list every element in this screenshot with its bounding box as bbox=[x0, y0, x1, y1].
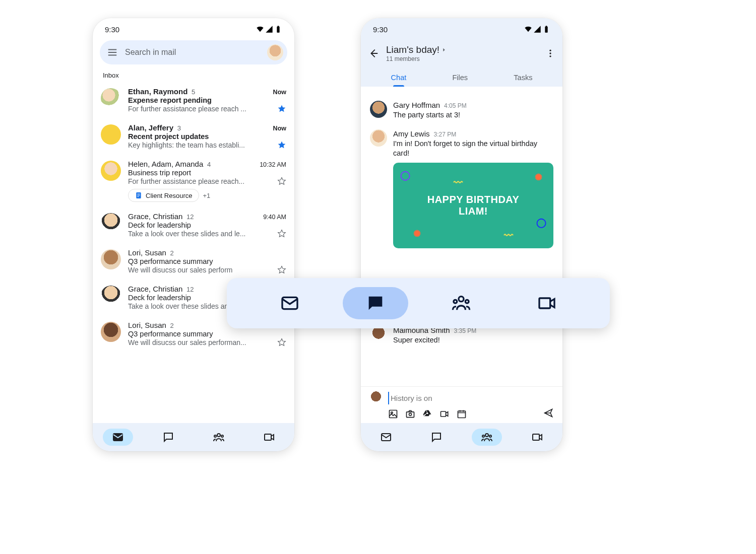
chat-message[interactable]: Gary Hoffman 4:05 PM The party starts at… bbox=[370, 101, 553, 120]
message-time: 4:05 PM bbox=[444, 102, 467, 109]
star-outline-icon[interactable] bbox=[277, 265, 286, 274]
search-placeholder: Search in mail bbox=[125, 48, 260, 57]
nav-spaces[interactable] bbox=[204, 429, 234, 446]
birthday-card[interactable]: ◯ ✺ ✺ ◯ 〰 〰 HAPPY BIRTHDAYLIAM! bbox=[393, 163, 553, 248]
svg-rect-12 bbox=[390, 410, 397, 418]
svg-point-19 bbox=[485, 434, 488, 437]
mail-subject: Q3 performance summary bbox=[128, 257, 286, 265]
mail-icon bbox=[280, 293, 300, 313]
more-icon[interactable] bbox=[545, 48, 555, 58]
mail-subject: Expense report pending bbox=[128, 96, 286, 104]
chat-title-area[interactable]: Liam's bday! 11 members bbox=[386, 44, 538, 62]
chat-message[interactable]: Amy Lewis 3:27 PM I'm in! Don't forget t… bbox=[370, 129, 553, 248]
star-outline-icon[interactable] bbox=[277, 338, 286, 347]
svg-point-7 bbox=[221, 435, 223, 437]
star-filled-icon[interactable] bbox=[277, 141, 286, 150]
account-avatar[interactable] bbox=[267, 44, 283, 60]
chat-message[interactable]: Maimouna Smith 3:35 PM Super excited! bbox=[370, 326, 553, 345]
mail-senders: Grace, Christian 12 bbox=[128, 212, 194, 221]
sender-avatar bbox=[101, 249, 121, 269]
mail-senders: Ethan, Raymond 5 bbox=[128, 87, 195, 96]
svg-rect-27 bbox=[539, 298, 550, 308]
float-nav-chat[interactable] bbox=[343, 287, 408, 319]
tabs: Chat Files Tasks bbox=[368, 66, 555, 87]
tab-files[interactable]: Files bbox=[450, 70, 470, 87]
nav-chat[interactable] bbox=[153, 429, 183, 446]
video-icon bbox=[531, 431, 543, 443]
nav-meet[interactable] bbox=[522, 429, 552, 446]
nav-meet[interactable] bbox=[254, 429, 284, 446]
chat-title: Liam's bday! bbox=[386, 44, 439, 55]
mail-item[interactable]: Alan, Jeffery 3 Now Recent project updat… bbox=[93, 118, 294, 155]
send-button[interactable] bbox=[543, 408, 553, 420]
mail-senders: Helen, Adam, Amanda 4 bbox=[128, 160, 211, 168]
calendar-icon[interactable] bbox=[457, 409, 467, 419]
chevron-right-icon bbox=[442, 47, 447, 52]
nav-spaces[interactable] bbox=[472, 429, 502, 446]
message-sender: Gary Hoffman bbox=[393, 101, 440, 109]
message-text: Super excited! bbox=[393, 335, 553, 345]
video-attach-icon[interactable] bbox=[439, 409, 450, 419]
bottom-nav bbox=[93, 423, 294, 451]
mail-snippet: Key highlights: the team has establi... bbox=[128, 141, 277, 149]
send-icon bbox=[543, 408, 553, 418]
message-avatar bbox=[370, 101, 387, 118]
mail-time: Now bbox=[273, 89, 286, 96]
back-icon[interactable] bbox=[368, 48, 379, 59]
camera-icon[interactable] bbox=[405, 409, 415, 419]
tab-chat[interactable]: Chat bbox=[389, 70, 409, 87]
svg-rect-22 bbox=[533, 434, 539, 440]
message-time: 3:27 PM bbox=[434, 131, 457, 138]
composer bbox=[361, 386, 562, 423]
tab-tasks[interactable]: Tasks bbox=[512, 70, 534, 87]
mail-item[interactable]: Lori, Susan 2 Q3 performance summary We … bbox=[93, 243, 294, 280]
mail-senders: Grace, Christian 12 bbox=[128, 285, 194, 293]
chat-messages[interactable]: Gary Hoffman 4:05 PM The party starts at… bbox=[361, 87, 562, 386]
svg-rect-17 bbox=[458, 411, 466, 418]
mail-subject: Deck for leadership bbox=[128, 221, 286, 229]
sender-avatar bbox=[101, 322, 121, 342]
image-icon[interactable] bbox=[388, 409, 398, 419]
attachment-label: Client Resource bbox=[146, 192, 193, 199]
nav-mail[interactable] bbox=[371, 429, 401, 446]
drive-icon[interactable] bbox=[422, 409, 432, 419]
nav-mail[interactable] bbox=[103, 429, 133, 446]
star-outline-icon[interactable] bbox=[277, 177, 286, 186]
svg-point-21 bbox=[489, 435, 491, 437]
status-icons bbox=[524, 25, 550, 33]
status-time: 9:30 bbox=[373, 25, 388, 34]
mail-item[interactable]: Helen, Adam, Amanda 4 10:32 AM Business … bbox=[93, 155, 294, 207]
chat-header: Liam's bday! 11 members Chat Files Tasks bbox=[361, 40, 562, 87]
attachment-more[interactable]: +1 bbox=[203, 192, 211, 199]
compose-avatar bbox=[369, 391, 383, 405]
status-bar: 9:30 bbox=[361, 18, 562, 40]
float-nav-spaces[interactable] bbox=[428, 287, 494, 319]
star-outline-icon[interactable] bbox=[277, 229, 286, 238]
attachment-chip[interactable]: Client Resource bbox=[128, 189, 199, 202]
phone-gmail: 9:30 Search in mail Inbox Ethan, Raymond… bbox=[93, 18, 294, 451]
mail-snippet: We will disucss our sales performan... bbox=[128, 338, 277, 347]
section-label: Inbox bbox=[93, 70, 294, 82]
star-filled-icon[interactable] bbox=[277, 104, 286, 113]
message-text: I'm in! Don't forget to sign the virtual… bbox=[393, 139, 553, 159]
float-nav-meet[interactable] bbox=[514, 287, 580, 319]
float-nav-mail[interactable] bbox=[257, 287, 323, 319]
svg-point-26 bbox=[465, 300, 469, 303]
compose-input[interactable] bbox=[388, 392, 554, 404]
message-text: The party starts at 3! bbox=[393, 110, 553, 120]
mail-item[interactable]: Ethan, Raymond 5 Now Expense report pend… bbox=[93, 82, 294, 118]
mail-snippet: For further assistance please reach... bbox=[128, 177, 277, 185]
status-bar: 9:30 bbox=[93, 18, 294, 40]
menu-icon[interactable] bbox=[107, 47, 118, 58]
mail-item[interactable]: Grace, Christian 12 9:40 AM Deck for lea… bbox=[93, 207, 294, 243]
svg-rect-14 bbox=[407, 412, 414, 418]
mail-subject: Q3 performance summary bbox=[128, 330, 286, 338]
sender-avatar bbox=[101, 286, 121, 306]
nav-chat[interactable] bbox=[421, 429, 452, 446]
people-icon bbox=[481, 431, 493, 443]
message-avatar bbox=[370, 129, 387, 147]
mail-subject: Business trip report bbox=[128, 169, 286, 177]
search-bar[interactable]: Search in mail bbox=[100, 40, 287, 64]
inbox-list: Ethan, Raymond 5 Now Expense report pend… bbox=[93, 82, 294, 423]
docs-icon bbox=[135, 191, 143, 199]
